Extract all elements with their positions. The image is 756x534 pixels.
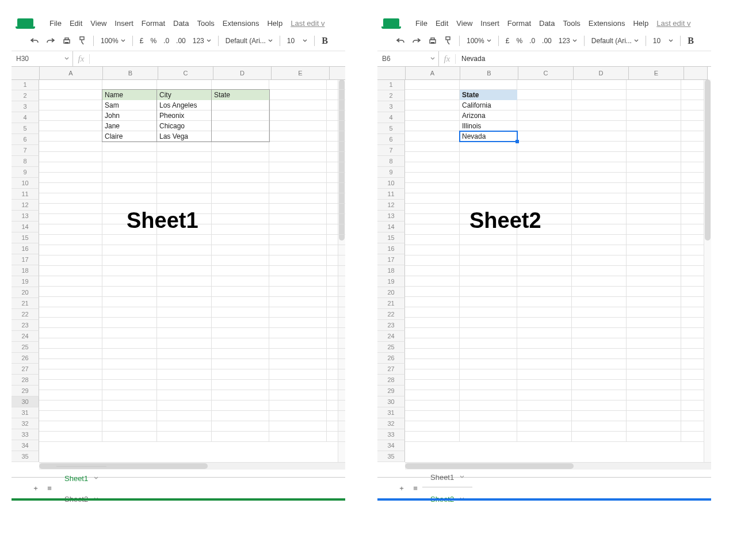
cell[interactable] <box>405 152 460 162</box>
cell[interactable] <box>460 204 517 214</box>
cell[interactable] <box>681 401 704 411</box>
cell[interactable] <box>157 359 212 369</box>
cell[interactable] <box>102 193 157 204</box>
column-header[interactable]: C <box>518 67 574 80</box>
cell[interactable] <box>39 79 102 90</box>
print-button[interactable] <box>425 31 441 51</box>
cell[interactable] <box>460 390 517 401</box>
cell[interactable] <box>212 142 269 152</box>
cell[interactable] <box>405 297 460 307</box>
column-header[interactable]: E <box>629 67 684 80</box>
selection-handle[interactable] <box>516 140 519 143</box>
row-header[interactable]: 22 <box>12 309 39 320</box>
cell[interactable] <box>102 401 157 411</box>
menu-tools[interactable]: Tools <box>563 19 580 28</box>
cell[interactable] <box>517 349 572 359</box>
cell[interactable] <box>517 411 572 421</box>
cell[interactable]: Chicago <box>157 121 212 131</box>
cell[interactable] <box>517 214 572 224</box>
cell[interactable] <box>212 369 269 380</box>
cell[interactable] <box>212 131 269 142</box>
cell[interactable] <box>102 142 157 152</box>
row-header[interactable]: 7 <box>377 145 405 156</box>
cell[interactable] <box>517 307 572 318</box>
column-header[interactable]: B <box>103 67 158 80</box>
cell[interactable] <box>269 359 327 369</box>
paint-format-button[interactable] <box>75 31 90 51</box>
cell[interactable] <box>157 349 212 359</box>
cell[interactable] <box>212 162 269 173</box>
cell[interactable] <box>460 380 517 390</box>
cell[interactable] <box>269 131 327 142</box>
cell[interactable] <box>269 432 327 442</box>
cell[interactable]: Jane <box>102 121 157 131</box>
cell[interactable] <box>212 297 269 307</box>
row-header[interactable]: 34 <box>377 440 405 451</box>
cell[interactable] <box>405 90 460 100</box>
menu-data[interactable]: Data <box>173 19 189 28</box>
cell[interactable] <box>517 100 572 110</box>
cell[interactable] <box>460 421 517 432</box>
cell[interactable] <box>681 297 704 307</box>
cell[interactable] <box>627 411 681 421</box>
cell[interactable] <box>572 369 627 380</box>
cell[interactable] <box>681 90 704 100</box>
cell[interactable] <box>212 401 269 411</box>
cell[interactable] <box>39 276 102 287</box>
cell[interactable] <box>460 328 517 338</box>
cell[interactable] <box>269 152 327 162</box>
cell[interactable] <box>572 401 627 411</box>
cell[interactable] <box>517 359 572 369</box>
cell[interactable] <box>327 411 345 421</box>
row-header[interactable]: 2 <box>12 90 39 101</box>
cell[interactable] <box>327 131 345 142</box>
cell[interactable] <box>269 193 327 204</box>
cell[interactable] <box>405 338 460 349</box>
cell[interactable] <box>405 266 460 276</box>
cell[interactable] <box>572 204 627 214</box>
cell[interactable] <box>39 318 102 328</box>
cell[interactable] <box>405 307 460 318</box>
cell[interactable] <box>517 421 572 432</box>
font-family-dropdown[interactable]: Default (Ari... <box>588 31 642 51</box>
cell[interactable] <box>269 255 327 266</box>
cell[interactable] <box>627 338 681 349</box>
cell[interactable] <box>517 287 572 297</box>
decrease-decimal-button[interactable]: .0 <box>526 31 539 51</box>
cell[interactable] <box>572 173 627 183</box>
cell[interactable] <box>39 287 102 297</box>
cell[interactable] <box>102 90 157 100</box>
menu-file[interactable]: File <box>49 19 62 28</box>
row-header[interactable]: 32 <box>377 418 405 429</box>
cell[interactable]: Sam <box>102 100 157 110</box>
cell[interactable]: Illinois <box>460 121 517 131</box>
bold-button[interactable]: B <box>684 31 697 51</box>
cell[interactable] <box>627 204 681 214</box>
cell[interactable] <box>572 349 627 359</box>
all-sheets-button[interactable]: ≡ <box>43 484 56 493</box>
cell[interactable] <box>405 421 460 432</box>
cell[interactable] <box>517 266 572 276</box>
cell[interactable] <box>460 369 517 380</box>
cell[interactable] <box>157 235 212 245</box>
cell[interactable] <box>572 432 627 442</box>
row-header[interactable]: 19 <box>377 276 405 287</box>
row-header[interactable]: 22 <box>377 309 405 320</box>
row-header[interactable]: 4 <box>12 112 39 123</box>
last-edit-link[interactable]: Last edit v <box>291 19 324 28</box>
cell[interactable] <box>102 297 157 307</box>
row-header[interactable]: 8 <box>12 156 39 167</box>
cell[interactable] <box>269 307 327 318</box>
cell[interactable] <box>212 100 269 110</box>
cell[interactable] <box>572 328 627 338</box>
cell[interactable] <box>102 276 157 287</box>
cell[interactable] <box>405 245 460 255</box>
cell[interactable]: John <box>102 110 157 121</box>
cell[interactable] <box>517 390 572 401</box>
row-header[interactable]: 24 <box>377 331 405 342</box>
cell[interactable] <box>627 235 681 245</box>
cell[interactable] <box>681 369 704 380</box>
cell[interactable] <box>212 349 269 359</box>
cell[interactable] <box>102 235 157 245</box>
cell[interactable] <box>327 338 345 349</box>
